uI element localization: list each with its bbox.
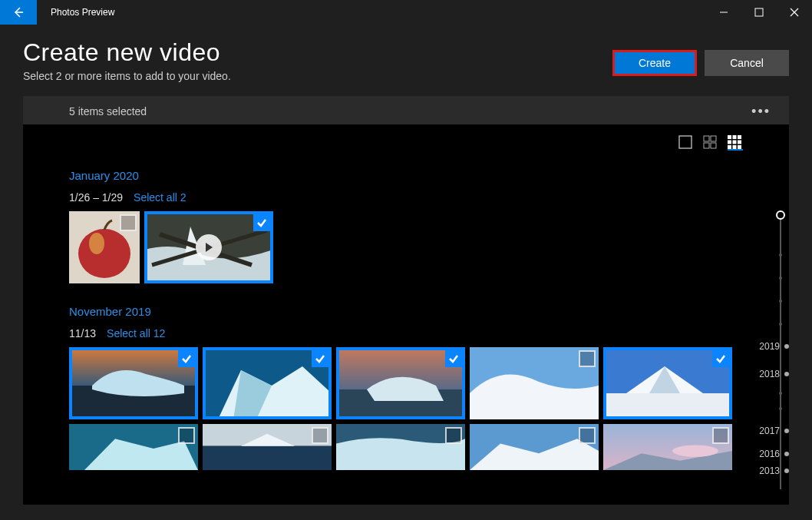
view-large-button[interactable] xyxy=(678,135,694,151)
thumbnail-iceberg-sunset[interactable] xyxy=(69,347,198,419)
timeline-year[interactable]: 2018 xyxy=(759,369,780,379)
titlebar: Photos Preview xyxy=(0,0,812,25)
more-button[interactable]: ••• xyxy=(751,104,771,120)
play-icon xyxy=(196,234,222,260)
checkbox-icon[interactable] xyxy=(579,350,596,367)
svg-rect-11 xyxy=(728,141,731,144)
thumbnail-snow-ridge[interactable] xyxy=(470,424,599,470)
checkbox-icon[interactable] xyxy=(712,427,729,444)
timeline-year[interactable]: 2019 xyxy=(759,341,780,352)
maximize-button[interactable] xyxy=(741,0,777,25)
thumbnail-glacier-wall[interactable] xyxy=(336,424,465,470)
arrow-left-icon xyxy=(12,6,25,18)
page-title: Create new video xyxy=(23,38,231,67)
view-medium-button[interactable] xyxy=(703,135,718,151)
selection-count: 5 items selected xyxy=(69,105,147,118)
view-small-button[interactable] xyxy=(728,135,743,151)
svg-rect-30 xyxy=(603,393,732,419)
close-button[interactable] xyxy=(777,0,812,25)
timeline-year[interactable]: 2017 xyxy=(759,426,780,436)
svg-rect-12 xyxy=(733,141,737,144)
selection-bar: 5 items selected ••• xyxy=(23,96,789,127)
thumbnail-pink-clouds[interactable] xyxy=(603,424,732,470)
back-button[interactable] xyxy=(0,0,37,25)
month-label[interactable]: January 2020 xyxy=(69,169,775,182)
app-title: Photos Preview xyxy=(37,7,114,18)
checkbox-checked-icon[interactable] xyxy=(712,350,729,367)
timeline-current-marker[interactable] xyxy=(776,210,785,220)
timeline-year[interactable]: 2013 xyxy=(759,465,780,476)
view-toggle xyxy=(678,135,743,151)
svg-point-19 xyxy=(89,233,104,254)
svg-rect-9 xyxy=(733,135,737,139)
date-range: 11/13 xyxy=(69,327,96,339)
svg-rect-6 xyxy=(704,143,709,148)
date-range: 1/26 – 1/29 xyxy=(69,191,123,204)
checkbox-icon[interactable] xyxy=(445,427,462,444)
cancel-button[interactable]: Cancel xyxy=(705,50,789,76)
checkbox-checked-icon[interactable] xyxy=(445,350,462,367)
select-all-link[interactable]: Select all 12 xyxy=(107,327,165,339)
checkbox-icon[interactable] xyxy=(178,427,195,444)
svg-rect-8 xyxy=(728,135,731,139)
thumbnail-iceberg-horizon[interactable] xyxy=(203,424,332,470)
svg-point-18 xyxy=(78,229,130,278)
svg-rect-10 xyxy=(738,135,741,139)
svg-rect-33 xyxy=(203,446,332,470)
thumbnail-snow-mountain[interactable] xyxy=(470,347,599,419)
checkbox-icon[interactable] xyxy=(312,427,328,444)
select-all-link[interactable]: Select all 2 xyxy=(134,191,186,204)
thumbnail-iceberg-dusk[interactable] xyxy=(336,347,465,419)
checkbox-checked-icon[interactable] xyxy=(312,350,328,367)
svg-rect-4 xyxy=(704,136,709,141)
svg-rect-16 xyxy=(738,145,741,149)
timeline-year[interactable]: 2016 xyxy=(759,449,780,459)
svg-rect-15 xyxy=(733,145,737,149)
checkbox-icon[interactable] xyxy=(120,214,137,231)
thumbnail-iceberg-teal[interactable] xyxy=(69,424,198,470)
svg-point-37 xyxy=(672,445,718,456)
thumbnail-video-waterfall[interactable] xyxy=(144,211,273,283)
svg-rect-5 xyxy=(711,136,716,141)
minimize-button[interactable] xyxy=(706,0,741,25)
checkbox-checked-icon[interactable] xyxy=(178,350,195,367)
window-controls xyxy=(706,0,812,25)
svg-rect-14 xyxy=(728,145,731,149)
timeline-scrubber[interactable]: 2019 2018 2017 2016 2013 xyxy=(761,215,789,489)
svg-rect-7 xyxy=(711,143,716,148)
svg-rect-13 xyxy=(738,141,741,144)
month-label[interactable]: November 2019 xyxy=(69,305,775,318)
svg-rect-2 xyxy=(755,8,763,16)
thumbnail-iceberg-blue[interactable] xyxy=(203,347,332,419)
thumbnail-apple[interactable] xyxy=(69,211,140,283)
create-button[interactable]: Create xyxy=(612,50,697,76)
gallery: January 2020 1/26 – 1/29 Select all 2 xyxy=(23,124,789,505)
page-header: Create new video Select 2 or more items … xyxy=(0,25,812,82)
thumbnail-snowy-peak[interactable] xyxy=(603,347,732,419)
checkbox-checked-icon[interactable] xyxy=(253,214,270,231)
page-subtitle: Select 2 or more items to add to your vi… xyxy=(23,70,231,82)
checkbox-icon[interactable] xyxy=(579,427,596,444)
svg-rect-3 xyxy=(679,136,692,148)
